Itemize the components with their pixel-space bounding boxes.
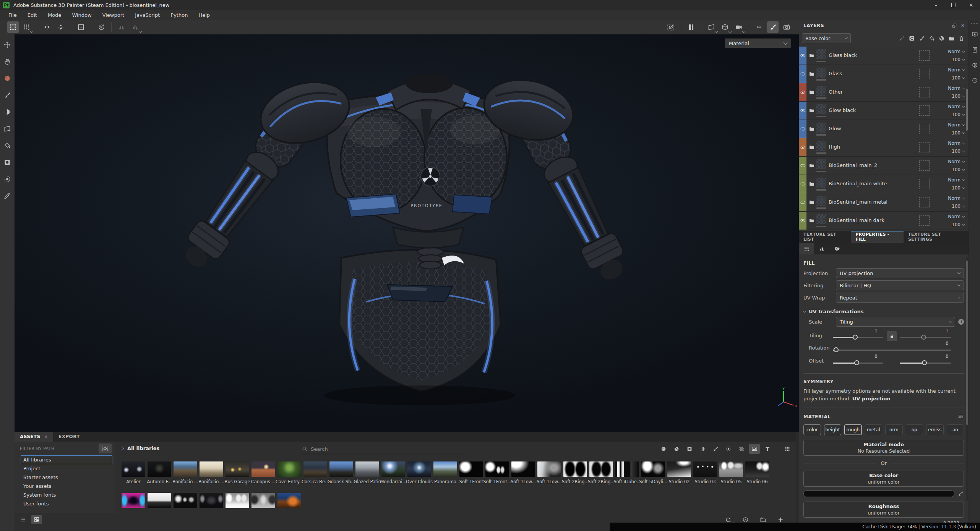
color-picker-icon[interactable] [958,491,964,497]
asset-item[interactable] [172,493,198,508]
lock-ratio-icon[interactable] [887,331,897,341]
asset-item[interactable]: Bonifacio ... [198,461,224,484]
layer-thumbnail[interactable] [816,141,826,151]
layer-row[interactable]: High Norm 100 [799,138,969,157]
layer-mask-placeholder[interactable] [919,69,930,79]
grid-view-icon[interactable] [31,515,42,524]
layer-row[interactable]: Glass black Norm 100 [799,47,969,65]
channel-button[interactable]: color [803,424,821,435]
add-effect-icon[interactable] [899,35,905,42]
layer-name[interactable]: BioSentinal_main metal [829,199,888,205]
offset-y-slider[interactable] [900,363,951,364]
layer-mask-placeholder[interactable] [919,105,930,116]
layer-row[interactable]: BioSentinal_main white Norm 100 [799,175,969,193]
layer-thumbnail[interactable] [816,178,826,188]
breadcrumb[interactable]: All libraries [127,445,159,451]
rotate-environment-icon[interactable] [753,21,765,33]
symmetry-icon[interactable] [116,21,127,33]
add-fill-layer-icon[interactable] [928,35,935,42]
perspective-cube-icon[interactable] [719,21,731,33]
collapse-icon[interactable] [803,309,806,312]
menu-item[interactable]: Python [166,11,192,19]
layer-mask-placeholder[interactable] [919,179,930,189]
asset-item[interactable]: Soft 1Front... [484,461,510,484]
dropdown-field[interactable]: UV projection [836,268,964,278]
library-tree-item[interactable]: Starter assets [21,473,112,482]
asset-item[interactable]: Soft 1Front [458,461,484,484]
delete-layer-icon[interactable] [958,35,965,42]
asset-item[interactable]: Gdansk Sh... [328,461,354,484]
mask-subtab-icon[interactable] [829,243,845,254]
asset-item[interactable]: Autumn F... [146,461,172,484]
blend-mode-dropdown[interactable]: Norm [948,86,965,91]
add-smart-mask-icon[interactable] [938,35,945,42]
focus-target-icon[interactable] [75,21,87,33]
layer-visibility-toggle[interactable] [799,157,806,175]
menu-item[interactable]: Help [194,11,214,19]
symmetry-settings-icon[interactable] [130,21,141,33]
asset-item[interactable]: Bonifacio ... [172,461,198,484]
scale-dropdown[interactable]: Tiling [836,317,955,327]
menu-item[interactable]: Viewport [98,11,129,19]
asset-item[interactable] [198,493,224,508]
library-tree-item[interactable]: System fonts [21,491,112,499]
properties-scrollbar[interactable] [966,257,968,501]
opacity-dropdown[interactable]: 100 [952,57,965,62]
opacity-dropdown[interactable]: 100 [952,222,965,227]
layer-name[interactable]: Glow black [829,107,856,113]
eraser-tool-icon[interactable] [2,106,13,118]
asset-item[interactable]: Studio 06 [744,461,770,484]
base-color-button[interactable]: Base color uniform color [803,471,964,487]
minimize-button[interactable]: – [927,0,945,10]
layer-name[interactable]: BioSentinal_main_2 [829,162,877,168]
base-color-swatch[interactable] [803,491,954,497]
layer-name[interactable]: High [829,144,840,150]
paint-mode-icon[interactable] [767,21,779,33]
clone-tool-icon[interactable] [2,173,13,185]
blend-mode-dropdown[interactable]: Norm [948,122,965,128]
alphas-filter-icon[interactable] [723,444,734,454]
opacity-dropdown[interactable]: 100 [952,167,965,172]
tiling-x-value[interactable]: 1 [875,328,878,333]
opacity-dropdown[interactable]: 100 [952,75,965,81]
grid-snap-icon[interactable] [21,21,32,33]
menu-item[interactable]: Edit [23,11,42,19]
layer-visibility-toggle[interactable] [799,102,806,120]
layer-row[interactable]: Glow black Norm 100 [799,102,969,120]
layer-row[interactable]: Glow Norm 100 [799,120,969,138]
projection-tool-icon[interactable] [2,123,13,134]
material-picker-tool-icon[interactable] [2,190,13,202]
viewport-3d[interactable]: PROTOTYPE [15,34,799,432]
blend-mode-dropdown[interactable]: Norm [948,49,965,54]
blend-mode-dropdown[interactable]: Norm [948,104,965,109]
asset-item[interactable]: Studio 02 [666,461,692,484]
polygon-fill-tool-icon[interactable] [2,140,13,151]
asset-item[interactable]: Soft 2Ring... [588,461,614,484]
asset-item[interactable]: Soft 4Tube... [614,461,640,484]
assets-tab[interactable]: ASSETS ✕ [15,432,53,442]
menu-item[interactable]: Mode [43,11,66,19]
layer-mask-placeholder[interactable] [919,215,930,226]
layer-thumbnail[interactable] [816,68,826,78]
tiling-y-value[interactable]: 1 [946,328,949,333]
layer-mask-placeholder[interactable] [919,197,930,207]
layers-scrollbar[interactable] [966,89,968,131]
asset-item[interactable] [120,493,146,508]
menu-item[interactable]: File [4,11,21,19]
asset-item[interactable]: Soft 1Low... [510,461,536,484]
menu-item[interactable]: JavaScript [130,11,164,19]
hand-tool-icon[interactable] [2,56,13,67]
add-folder-icon[interactable] [948,35,955,42]
layer-visibility-toggle[interactable] [799,65,806,83]
asset-item[interactable]: Glazed Patio [354,461,380,484]
layer-thumbnail[interactable] [816,123,826,133]
textures-filter-icon[interactable] [736,444,747,454]
search-input[interactable]: Search [302,444,466,454]
tiling-y-slider[interactable] [900,337,951,338]
fill-settings-subtab-icon[interactable] [799,243,814,254]
asset-item[interactable] [224,493,250,508]
blend-mode-dropdown[interactable]: Norm [948,67,965,73]
projection-view-icon[interactable] [706,21,717,33]
channel-button[interactable]: rough [844,424,862,435]
asset-item[interactable] [250,493,276,508]
